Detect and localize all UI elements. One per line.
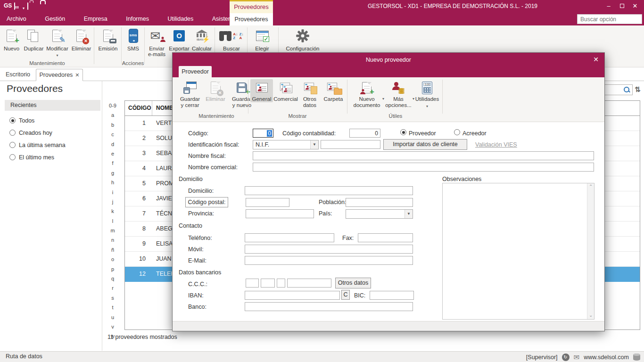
dialog-footer: [173, 321, 604, 331]
radio-proveedor[interactable]: [400, 129, 406, 135]
banco-label: Banco:: [188, 304, 206, 310]
duplicar-button[interactable]: Duplicar: [23, 27, 45, 58]
provincia-input[interactable]: [246, 209, 314, 218]
domicilio-input[interactable]: [245, 186, 413, 195]
ccc-input-3[interactable]: [277, 279, 285, 288]
filter-ultimo-mes[interactable]: El último mes: [5, 151, 100, 164]
banco-input[interactable]: [245, 302, 413, 311]
chevron-down-icon[interactable]: ▼: [405, 210, 413, 218]
outlook-icon: [173, 30, 185, 41]
radio-acreedor[interactable]: [454, 129, 460, 135]
calendar-icon[interactable]: [14, 3, 15, 9]
validacion-vies-link[interactable]: Validación VIES: [475, 141, 517, 148]
pais-combo[interactable]: ▼: [346, 209, 413, 219]
sort-az-icon: A↓Z: [233, 32, 238, 40]
radio-icon[interactable]: [9, 154, 16, 160]
mas-opciones-button[interactable]: Más opciones...: [384, 79, 413, 108]
calendar-caret-icon[interactable]: ▾: [23, 6, 25, 10]
envelope-person-icon: [150, 31, 164, 41]
modificar-button[interactable]: ✎ Modificar: [45, 27, 69, 58]
menu-empresa[interactable]: Empresa: [75, 13, 116, 25]
scrollbar[interactable]: [587, 183, 594, 319]
minimize-button[interactable]: –: [603, 2, 614, 10]
menu-utilidades[interactable]: Utilidades: [159, 13, 202, 25]
otros-datos-button[interactable]: Otros datos: [335, 278, 371, 288]
identificacion-fiscal-combo[interactable]: N.I.F.▼: [253, 140, 319, 149]
codigo-postal-input[interactable]: [246, 198, 289, 207]
codigo-contabilidad-input[interactable]: 0: [349, 129, 380, 138]
database-icon[interactable]: [633, 354, 640, 361]
double-card-icon: [279, 82, 292, 93]
importar-datos-cliente-button[interactable]: Importar datos de cliente: [383, 139, 467, 150]
status-website[interactable]: www.sdelsol.com: [584, 354, 629, 361]
movil-input[interactable]: [245, 245, 413, 254]
close-button[interactable]: ✕: [630, 2, 640, 10]
comercial-button[interactable]: Comercial: [274, 79, 297, 102]
option-search-input[interactable]: [577, 14, 642, 24]
ribbon-separator: [442, 80, 443, 114]
menu-bar: Archivo Gestión Empresa Informes Utilida…: [0, 13, 644, 25]
ribbon-tab-proveedores[interactable]: Proveedores: [230, 13, 273, 25]
sms-phone-icon: sms: [129, 29, 138, 43]
dialog-ribbon: Guardar y cerrar ✕ Eliminar + Guardar y …: [173, 77, 604, 122]
telefono-input[interactable]: [245, 233, 334, 242]
ribbon-separator: [248, 80, 248, 114]
mail-icon[interactable]: [574, 353, 580, 362]
ccc-input-4[interactable]: [287, 279, 331, 288]
fax-input[interactable]: [358, 233, 413, 242]
radio-proveedor-label[interactable]: Proveedor: [409, 130, 436, 137]
dialog-close-icon[interactable]: ✕: [593, 56, 599, 63]
sms-button[interactable]: sms SMS: [123, 27, 143, 58]
emision-button[interactable]: Emisión: [96, 27, 120, 58]
identificacion-fiscal-input[interactable]: [321, 140, 380, 149]
grid-check-icon: [256, 31, 269, 41]
filter-todos[interactable]: Todos: [5, 115, 100, 127]
provincia-label: Provincia:: [188, 210, 214, 217]
menu-informes[interactable]: Informes: [117, 13, 157, 25]
observaciones-textarea[interactable]: [442, 183, 594, 320]
menu-gestion[interactable]: Gestión: [36, 13, 74, 25]
filter-creados-hoy[interactable]: Creados hoy: [5, 127, 100, 139]
eliminar-button[interactable]: ✕ Eliminar: [70, 27, 93, 58]
codigo-postal-button[interactable]: Código postal:: [185, 197, 228, 207]
nombre-fiscal-input[interactable]: [253, 151, 594, 160]
sort-za-icon: Z↓A: [239, 32, 243, 40]
enviar-emails-button[interactable]: Enviar e-mails: [146, 27, 168, 58]
filter-ultima-semana[interactable]: La última semana: [5, 139, 100, 151]
poblacion-input[interactable]: [346, 198, 413, 207]
menu-archivo[interactable]: Archivo: [0, 13, 35, 25]
nombre-comercial-input[interactable]: [253, 163, 594, 172]
dialog-utilidades-button[interactable]: 0,00 Utilidades: [414, 79, 440, 109]
bic-input[interactable]: [370, 291, 414, 300]
radio-selected-icon[interactable]: [9, 117, 16, 123]
maximize-button[interactable]: [617, 2, 627, 10]
tab-proveedores[interactable]: Proveedores✕: [36, 69, 83, 81]
app-tab-proveedores[interactable]: Proveedores: [230, 0, 273, 13]
dialog-tab-proveedor[interactable]: Proveedor: [179, 66, 212, 77]
ccc-input-2[interactable]: [261, 279, 275, 288]
radio-acreedor-label[interactable]: Acreedor: [462, 130, 487, 137]
dialog-titlebar: Nuevo proveedor ✕ Proveedor: [173, 53, 604, 77]
briefcase-icon[interactable]: [27, 3, 28, 9]
carpeta-button[interactable]: Carpeta: [322, 79, 345, 102]
chevron-down-icon[interactable]: ▼: [310, 140, 318, 149]
email-input[interactable]: [245, 256, 413, 265]
tab-close-icon[interactable]: ✕: [75, 72, 79, 78]
calcular-iban-button[interactable]: C: [341, 290, 350, 300]
codigo-input[interactable]: 0: [253, 129, 273, 138]
iban-input[interactable]: [245, 291, 340, 300]
radio-icon[interactable]: [9, 142, 16, 148]
otros-datos-tab-button[interactable]: Otros datos: [298, 79, 321, 108]
column-codigo[interactable]: CÓDIGO: [125, 101, 152, 115]
tab-escritorio[interactable]: Escritorio: [1, 69, 35, 81]
refresh-icon[interactable]: [635, 85, 641, 94]
ccc-input-1[interactable]: [246, 279, 259, 288]
general-button[interactable]: General: [250, 79, 273, 102]
domicilio-label: Domicilio:: [188, 188, 214, 194]
nuevo-documento-button[interactable]: + Nuevo documento: [351, 79, 383, 108]
alphabet-index[interactable]: 0-9ab cde fgh ijk lmn ñop qrs tuv w: [107, 101, 119, 341]
sync-icon[interactable]: [562, 354, 570, 361]
radio-icon[interactable]: [9, 130, 16, 136]
nuevo-button[interactable]: + Nuevo: [1, 27, 22, 58]
guardar-cerrar-button[interactable]: Guardar y cerrar: [176, 79, 204, 108]
